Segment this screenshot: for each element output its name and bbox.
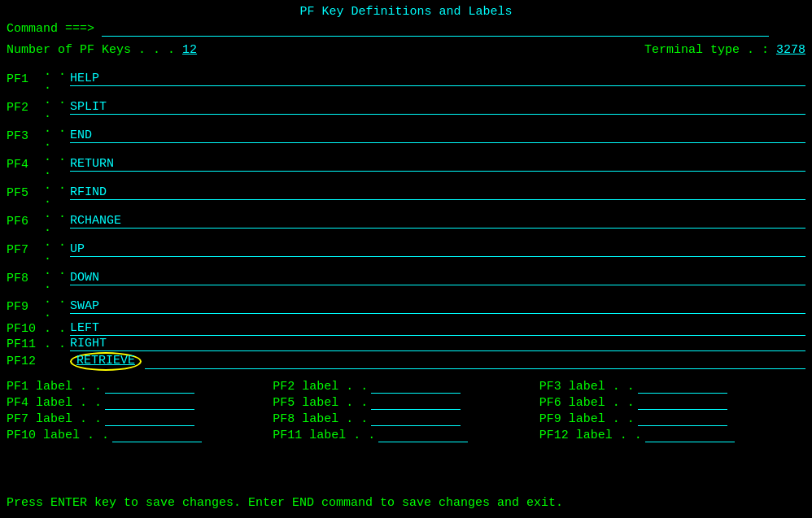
- label-input[interactable]: [105, 395, 194, 410]
- pf-key-label: PF7: [7, 243, 44, 257]
- label-cell: PF11 label . .: [273, 428, 539, 442]
- label-cell: PF12 label . .: [539, 428, 805, 442]
- pf-key-value-circled[interactable]: RETRIEVE: [70, 352, 142, 371]
- pf-key-dots: . . .: [44, 207, 70, 235]
- pf-key-input[interactable]: [70, 185, 805, 200]
- pf-key-label: PF9: [7, 300, 44, 314]
- label-cell: PF8 label . .: [273, 411, 539, 426]
- pf-key-dots: . . .: [44, 94, 70, 121]
- label-input[interactable]: [371, 395, 461, 410]
- label-section: PF1 label . .PF2 label . .PF3 label . .P…: [7, 379, 805, 442]
- pf-keys-section: PF1. . .PF2. . .PF3. . .PF4. . .PF5. . .…: [7, 65, 805, 371]
- pf-keys-info: Number of PF Keys . . . 12: [7, 43, 197, 57]
- label-key-text: PF2 label . .: [273, 380, 368, 394]
- label-input[interactable]: [105, 379, 194, 394]
- terminal-type-info: Terminal type . : 3278: [644, 43, 805, 57]
- pf-key-dots: . . .: [44, 65, 70, 93]
- label-key-text: PF7 label . .: [7, 412, 102, 426]
- pf-key-label: PF1: [7, 72, 44, 86]
- pf-key-dots: . . .: [44, 264, 70, 292]
- label-key-text: PF9 label . .: [539, 412, 635, 426]
- label-input[interactable]: [638, 395, 727, 410]
- label-row: PF10 label . .PF11 label . .PF12 label .…: [7, 428, 805, 442]
- pf-key-input[interactable]: [70, 299, 805, 314]
- pf-key-row: PF7. . .: [7, 236, 805, 263]
- label-row: PF1 label . .PF2 label . .PF3 label . .: [7, 379, 805, 394]
- pf-key-dots: . . .: [44, 179, 70, 207]
- pf-key-input[interactable]: [70, 72, 805, 86]
- pf-key-row: PF2. . .: [7, 94, 805, 121]
- label-row: PF4 label . .PF5 label . .PF6 label . .: [7, 395, 805, 410]
- pf-key-label: PF4: [7, 158, 44, 172]
- label-key-text: PF6 label . .: [539, 396, 635, 410]
- pf-key-input[interactable]: [70, 242, 805, 257]
- label-input[interactable]: [378, 428, 468, 442]
- title-text: PF Key Definitions and Labels: [299, 5, 512, 19]
- pf-key-input[interactable]: [70, 321, 805, 336]
- pf-key-input[interactable]: [70, 128, 805, 143]
- terminal-type-label: Terminal type . :: [644, 43, 769, 57]
- pf-key-label: PF3: [7, 129, 44, 143]
- label-cell: PF10 label . .: [7, 428, 273, 442]
- label-cell: PF9 label . .: [539, 411, 805, 426]
- label-cell: PF5 label . .: [273, 395, 539, 410]
- pf-key-row: PF3. . .: [7, 122, 805, 150]
- pf-key-input[interactable]: [70, 100, 805, 115]
- pf-key-label: PF11: [7, 337, 44, 351]
- command-row: Command ===>: [7, 22, 805, 37]
- command-input[interactable]: [102, 22, 769, 37]
- pf-key-dots: . . .: [44, 150, 70, 178]
- label-input[interactable]: [638, 411, 727, 426]
- label-key-text: PF10 label . .: [7, 429, 109, 442]
- pf-key-row: PF8. . .: [7, 264, 805, 292]
- pf-key-row: PF5. . .: [7, 179, 805, 207]
- pf-key-label: PF10: [7, 322, 44, 336]
- label-cell: PF2 label . .: [273, 379, 539, 394]
- footer-text: Press ENTER key to save changes. Enter E…: [7, 496, 563, 510]
- label-input[interactable]: [112, 428, 202, 442]
- pf-key-dots: . . .: [44, 236, 70, 263]
- label-cell: PF6 label . .: [539, 395, 805, 410]
- pf-key-row: PF1. . .: [7, 65, 805, 93]
- label-input[interactable]: [645, 428, 735, 442]
- pf-key-row: PF9. . .: [7, 293, 805, 320]
- label-input[interactable]: [371, 379, 461, 394]
- pf-key-dots: . .: [44, 322, 70, 336]
- footer-message: Press ENTER key to save changes. Enter E…: [7, 496, 563, 510]
- label-input[interactable]: [638, 379, 727, 394]
- label-cell: PF7 label . .: [7, 411, 273, 426]
- label-cell: PF3 label . .: [539, 379, 805, 394]
- pf-key-input[interactable]: [70, 157, 805, 172]
- label-key-text: PF12 label . .: [539, 429, 642, 442]
- label-key-text: PF5 label . .: [273, 396, 368, 410]
- pf-keys-value[interactable]: 12: [182, 43, 197, 57]
- pf-key-label: PF2: [7, 101, 44, 115]
- pf-key-row: PF4. . .: [7, 150, 805, 178]
- terminal-screen: PF Key Definitions and Labels Command ==…: [0, 0, 812, 518]
- pf-key-row: PF6. . .: [7, 207, 805, 235]
- label-input[interactable]: [105, 411, 194, 426]
- label-row: PF7 label . .PF8 label . .PF9 label . .: [7, 411, 805, 426]
- pf-key-input[interactable]: [70, 337, 805, 351]
- pf-key-input[interactable]: [70, 214, 805, 229]
- label-key-text: PF3 label . .: [539, 380, 635, 394]
- pf-key-label: PF8: [7, 272, 44, 285]
- pf-key-label: PF6: [7, 215, 44, 229]
- pf-key-input[interactable]: [145, 355, 805, 369]
- pf-key-row: PF10. .: [7, 321, 805, 336]
- label-input[interactable]: [371, 411, 461, 426]
- label-key-text: PF1 label . .: [7, 380, 102, 394]
- pf-key-input[interactable]: [70, 271, 805, 285]
- pf-key-row: PF11. .: [7, 337, 805, 351]
- page-title: PF Key Definitions and Labels: [7, 5, 805, 19]
- pf-key-dots: . . .: [44, 122, 70, 150]
- label-cell: PF4 label . .: [7, 395, 273, 410]
- pf-key-dots: . .: [44, 337, 70, 351]
- pf-key-label: PF12: [7, 355, 44, 368]
- pf-key-label: PF5: [7, 186, 44, 200]
- label-key-text: PF11 label . .: [273, 429, 375, 442]
- label-cell: PF1 label . .: [7, 379, 273, 394]
- label-key-text: PF4 label . .: [7, 396, 102, 410]
- pf-key-row: PF12 RETRIEVE: [7, 352, 805, 371]
- command-label: Command ===>: [7, 22, 94, 36]
